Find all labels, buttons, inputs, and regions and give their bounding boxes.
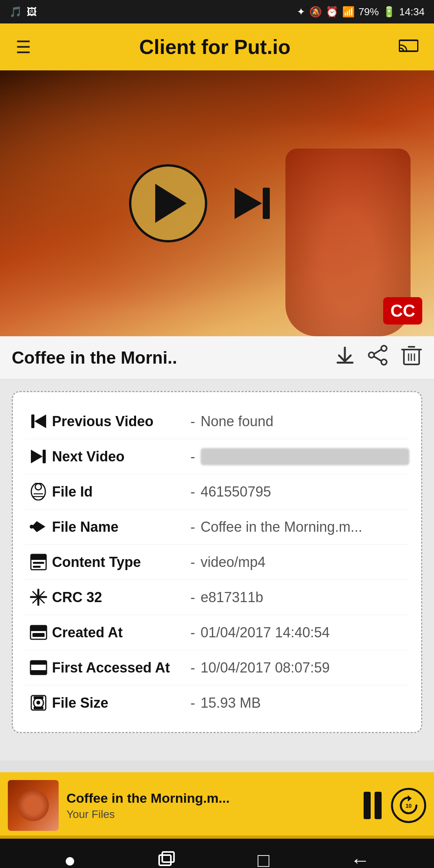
delete-button[interactable]	[401, 344, 422, 371]
file-size-value: 15.93 MB	[201, 695, 409, 711]
row-previous-video: Previous Video - None found	[25, 404, 409, 439]
first-accessed-sep: -	[190, 660, 195, 676]
svg-rect-34	[30, 626, 47, 631]
player-title: Coffee in the Morning.m...	[66, 791, 356, 806]
created-at-value: 01/04/2017 14:40:54	[201, 624, 409, 641]
svg-line-9	[374, 357, 381, 361]
previous-video-icon	[25, 412, 52, 430]
pause-button[interactable]	[364, 792, 382, 819]
svg-marker-44	[408, 795, 412, 802]
file-name-icon	[25, 518, 52, 536]
previous-video-sep: -	[190, 413, 195, 430]
share-button[interactable]	[368, 344, 389, 371]
home-button[interactable]: ●	[64, 849, 76, 868]
crc32-value: e817311b	[201, 589, 409, 606]
usb-icon: 🎵	[9, 6, 22, 18]
previous-video-value: None found	[201, 413, 409, 430]
created-at-icon	[25, 624, 52, 641]
next-video-icon	[25, 448, 52, 465]
player-controls: 10	[364, 788, 426, 823]
crc32-label: CRC 32	[52, 589, 185, 606]
file-size-label: File Size	[52, 695, 185, 711]
svg-line-8	[374, 350, 381, 354]
status-bar-right: ✦ 🔕 ⏰ 📶 79% 🔋 14:34	[297, 6, 425, 18]
svg-rect-38	[30, 670, 47, 674]
row-created-at: Created At - 01/04/2017 14:40:54	[25, 615, 409, 650]
play-button[interactable]	[129, 164, 207, 242]
recent-apps-button[interactable]	[157, 848, 176, 868]
info-card: Previous Video - None found Next Video -	[12, 391, 422, 733]
row-crc32: CRC 32 - e817311b	[25, 580, 409, 615]
file-title: Coffee in the Morni..	[12, 348, 326, 368]
svg-point-7	[369, 352, 374, 358]
file-name-sep: -	[190, 519, 195, 535]
crc32-icon	[25, 588, 52, 606]
first-accessed-icon	[25, 659, 52, 676]
svg-point-41	[36, 701, 40, 705]
file-id-icon	[25, 483, 52, 500]
row-content-type: Content Type - video/mp4	[25, 545, 409, 580]
svg-marker-16	[34, 414, 46, 428]
row-file-size: File Size - 15.93 MB	[25, 685, 409, 720]
video-player[interactable]: CC	[0, 70, 434, 336]
file-name-label: File Name	[52, 519, 185, 535]
content-type-value: video/mp4	[201, 554, 409, 570]
next-video-label: Next Video	[52, 448, 185, 465]
back-button[interactable]: ←	[350, 849, 370, 868]
menu-button[interactable]: ☰	[16, 37, 31, 57]
svg-point-6	[381, 359, 387, 365]
status-bar: 🎵 🖼 ✦ 🔕 ⏰ 📶 79% 🔋 14:34	[0, 0, 434, 23]
cast-button[interactable]	[399, 37, 418, 57]
battery-icon: 🔋	[383, 6, 395, 18]
svg-rect-42	[34, 696, 43, 699]
spacer	[0, 745, 434, 760]
bottom-player: Coffee in the Morning.m... Your Files 10	[0, 772, 434, 839]
player-thumbnail	[8, 780, 59, 831]
content-type-icon	[25, 553, 52, 571]
svg-point-20	[31, 483, 45, 500]
svg-rect-35	[32, 633, 45, 637]
replay-button[interactable]: 10	[391, 788, 426, 823]
alarm-icon: ⏰	[326, 6, 338, 18]
video-controls	[129, 164, 274, 242]
cc-badge[interactable]: CC	[383, 297, 422, 325]
svg-point-24	[30, 525, 34, 529]
progress-bar	[0, 836, 434, 839]
svg-rect-27	[33, 562, 44, 564]
row-file-id: File Id - 461550795	[25, 474, 409, 509]
svg-text:10: 10	[405, 803, 412, 809]
info-card-wrapper: Previous Video - None found Next Video -	[0, 379, 434, 745]
image-icon: 🖼	[27, 6, 37, 18]
svg-marker-18	[31, 450, 43, 463]
previous-video-label: Previous Video	[52, 413, 185, 430]
svg-marker-2	[235, 188, 262, 219]
file-id-label: File Id	[52, 484, 185, 500]
svg-rect-19	[43, 450, 46, 463]
mute-icon: 🔕	[309, 6, 322, 18]
svg-rect-37	[30, 661, 47, 665]
svg-rect-26	[31, 554, 46, 560]
row-next-video: Next Video -	[25, 439, 409, 474]
svg-rect-28	[33, 566, 41, 568]
svg-rect-43	[34, 707, 43, 709]
nav-bar: ● □ ←	[0, 839, 434, 868]
player-thumb-inner	[18, 790, 49, 821]
file-size-sep: -	[190, 695, 195, 711]
row-first-accessed: First Accessed At - 10/04/2017 08:07:59	[25, 650, 409, 685]
battery-text: 79%	[359, 6, 379, 18]
pause-bar-left	[364, 792, 371, 819]
file-actions	[334, 344, 422, 371]
file-name-value: Coffee in the Morning.m...	[201, 519, 409, 535]
next-video-value	[201, 448, 409, 465]
play-icon	[155, 184, 187, 223]
first-accessed-value: 10/04/2017 08:07:59	[201, 660, 409, 676]
file-info-bar: Coffee in the Morni..	[0, 336, 434, 379]
overview-button[interactable]: □	[258, 849, 269, 868]
download-button[interactable]	[334, 344, 356, 371]
created-at-label: Created At	[52, 624, 185, 641]
skip-next-button[interactable]	[231, 182, 274, 225]
content-type-label: Content Type	[52, 554, 185, 570]
app-title: Client for Put.io	[139, 35, 291, 59]
crc32-sep: -	[190, 589, 195, 606]
svg-rect-4	[337, 362, 353, 364]
